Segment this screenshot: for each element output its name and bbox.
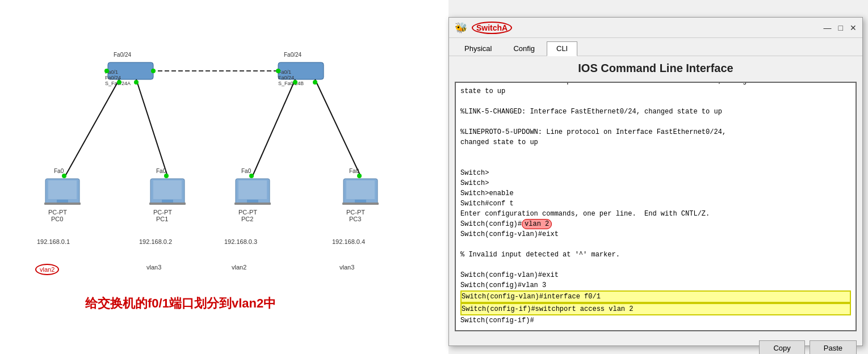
svg-line-17 [315, 79, 360, 176]
ip-label-pc3: 192.168.0.4 [332, 238, 365, 245]
panel-title: IOS Command Line Interface [449, 56, 862, 79]
cli-line-9: Switch>enable [460, 188, 851, 199]
dialog-title: SwitchA [472, 22, 512, 34]
svg-text:PC2: PC2 [241, 216, 253, 222]
svg-point-20 [293, 80, 297, 85]
cli-line-13: Switch(config-vlan)#eixt [460, 229, 851, 239]
svg-point-13 [276, 69, 280, 73]
cli-line-20: Switch(config-if)#switchport access vlan… [460, 303, 851, 315]
cli-line-12: Switch(config)#vlan 2 [460, 219, 851, 229]
ip-label-pc0: 192.168.0.1 [37, 238, 70, 245]
cli-line-16 [460, 260, 851, 270]
svg-line-14 [65, 79, 119, 176]
svg-point-26 [62, 174, 66, 178]
title-bar: 🐝 SwitchA — □ ✕ [449, 18, 862, 38]
copy-button[interactable]: Copy [759, 340, 804, 354]
tab-bar: Physical Config CLI [449, 38, 862, 56]
vlan-label-pc1: vlan3 [146, 264, 161, 271]
svg-rect-45 [234, 203, 271, 205]
network-diagram: Fa0/24 Fa0/1 Fa0/24 S_Fa0/24A Fa0/24 Fa0… [0, 0, 448, 354]
cli-line-10: Switch#conf t [460, 199, 851, 209]
vlan-label-pc3: vlan3 [339, 264, 354, 271]
svg-rect-31 [48, 180, 77, 199]
cli-line-6 [460, 158, 851, 168]
cli-line-7: Switch> [460, 168, 851, 178]
cli-line-2: %LINK-5-CHANGED: Interface FastEthernet0… [460, 107, 851, 117]
cli-line-8: Switch> [460, 178, 851, 188]
cli-line-5 [460, 148, 851, 158]
cli-line-14 [460, 239, 851, 250]
minimize-button[interactable]: — [824, 23, 832, 32]
svg-text:PC3: PC3 [349, 216, 361, 222]
cli-line-15: % Invalid input detected at '^' marker. [460, 250, 851, 260]
svg-text:PC-PT: PC-PT [153, 209, 172, 216]
svg-point-28 [249, 174, 254, 178]
tab-config[interactable]: Config [504, 41, 544, 56]
svg-text:Fa0/24: Fa0/24 [114, 52, 132, 58]
svg-rect-37 [153, 180, 182, 199]
svg-text:PC1: PC1 [156, 216, 168, 222]
paste-button[interactable]: Paste [810, 340, 857, 354]
vlan-label-pc2: vlan2 [232, 264, 246, 271]
title-left: 🐝 SwitchA [455, 22, 512, 34]
svg-point-7 [151, 69, 156, 73]
svg-point-19 [134, 80, 139, 85]
svg-rect-51 [342, 203, 379, 205]
svg-rect-44 [247, 200, 258, 203]
svg-point-6 [104, 69, 109, 73]
svg-rect-49 [346, 180, 375, 199]
svg-text:PC0: PC0 [51, 216, 63, 222]
svg-rect-50 [355, 200, 366, 203]
cli-line-1 [460, 96, 851, 107]
svg-rect-39 [149, 203, 186, 205]
svg-rect-32 [57, 200, 68, 203]
cli-line-19: Switch(config-vlan)#interface f0/1 [460, 290, 851, 303]
cli-line-17: Switch(config-vlan)#exit [460, 270, 851, 280]
cli-terminal[interactable]: %LINEPROTO-5-UPDOWN: Line protocol on In… [455, 82, 857, 331]
switch-icon: 🐝 [455, 22, 467, 34]
vlan-label-pc0: vlan2 [35, 264, 59, 275]
svg-text:Fa0/24: Fa0/24 [278, 75, 294, 81]
cli-line-0: %LINEPROTO-5-UPDOWN: Line protocol on In… [460, 82, 851, 96]
cli-line-21: Switch(config-if)# [460, 315, 851, 326]
svg-rect-43 [238, 180, 267, 199]
svg-text:Fa0: Fa0 [54, 168, 64, 174]
close-button[interactable]: ✕ [850, 23, 857, 32]
svg-text:S_Fa0/24B: S_Fa0/24B [278, 81, 304, 86]
svg-point-29 [357, 174, 362, 178]
svg-line-15 [136, 79, 167, 176]
svg-text:PC-PT: PC-PT [48, 209, 67, 216]
switch-dialog: 🐝 SwitchA — □ ✕ Physical Config CLI IOS … [448, 17, 863, 346]
svg-text:Fa0/24: Fa0/24 [284, 52, 302, 58]
svg-text:PC-PT: PC-PT [346, 209, 365, 216]
svg-text:Fa0: Fa0 [241, 168, 251, 174]
bottom-buttons: Copy Paste [449, 337, 862, 354]
svg-rect-33 [44, 203, 81, 205]
cli-line-4: %LINEPROTO-5-UPDOWN: Line protocol on In… [460, 127, 851, 148]
tab-physical[interactable]: Physical [455, 41, 501, 56]
network-svg: Fa0/24 Fa0/1 Fa0/24 S_Fa0/24A Fa0/24 Fa0… [0, 0, 448, 301]
svg-rect-38 [162, 200, 173, 203]
svg-point-27 [164, 174, 169, 178]
svg-text:PC-PT: PC-PT [238, 209, 257, 216]
bottom-annotation: 给交换机的f0/1端口划分到vlan2中 [85, 295, 276, 312]
cli-line-11: Enter configuration commands, one per li… [460, 209, 851, 219]
maximize-button[interactable]: □ [838, 23, 843, 32]
ip-label-pc2: 192.168.0.3 [224, 238, 257, 245]
cli-line-18: Switch(config)#vlan 3 [460, 280, 851, 290]
svg-line-16 [253, 79, 295, 176]
svg-text:Fa0: Fa0 [349, 168, 359, 174]
cli-line-3 [460, 117, 851, 127]
window-controls: — □ ✕ [824, 23, 857, 32]
ip-label-pc1: 192.168.0.2 [139, 238, 172, 245]
svg-text:Fa0: Fa0 [156, 168, 166, 174]
tab-cli[interactable]: CLI [547, 41, 577, 56]
svg-point-21 [313, 80, 317, 85]
svg-point-18 [117, 80, 121, 85]
